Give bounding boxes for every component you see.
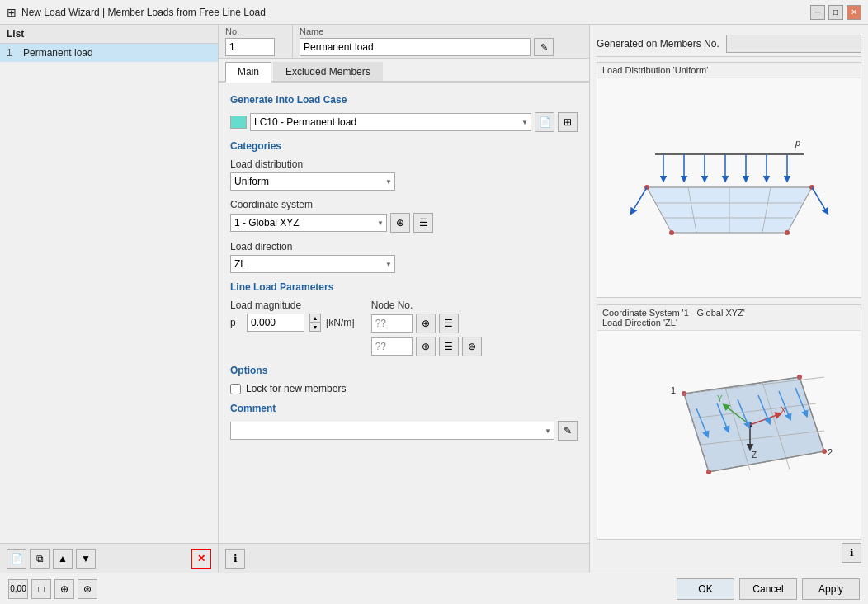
node1-pick-button[interactable]: ⊕ xyxy=(416,314,436,333)
duplicate-item-button[interactable]: ⧉ xyxy=(30,549,50,569)
lc-row: LC10 - Permanent load 📄 ⊞ xyxy=(230,112,578,132)
coord-diagram-box: Coordinate System '1 - Global XYZ' Load … xyxy=(597,304,861,540)
node-row-2: ⊕ ☰ ⊛ xyxy=(371,337,482,356)
load-dir-group: Load direction ZL XL YL Z X Y xyxy=(230,241,578,273)
generate-load-case-group: Generate into Load Case LC10 - Permanent… xyxy=(230,94,578,132)
coord-sys-wrapper: 1 - Global XYZ 2 - Local xyxy=(230,214,387,232)
p-value-input[interactable] xyxy=(247,314,304,332)
coord-diagram-title: Coordinate System '1 - Global XYZ' Load … xyxy=(597,305,861,331)
maximize-button[interactable]: □ xyxy=(828,5,843,20)
no-name-row: No. Name ✎ xyxy=(219,25,589,59)
apply-button[interactable]: Apply xyxy=(802,578,860,600)
bottom-left-btn4[interactable]: ⊛ xyxy=(78,579,97,599)
name-input[interactable] xyxy=(300,38,531,56)
node2-copy-button[interactable]: ⊛ xyxy=(462,337,482,356)
load-dir-dropdown[interactable]: ZL XL YL Z X Y xyxy=(230,255,395,273)
bottom-left-btn2[interactable]: □ xyxy=(31,579,51,599)
right-bottom-bar: ℹ xyxy=(597,540,861,566)
node2-input[interactable] xyxy=(371,337,413,356)
bottom-left-btn3[interactable]: ⊕ xyxy=(54,579,74,599)
unit-label: [kN/m] xyxy=(326,317,355,328)
spin-up-button[interactable]: ▲ xyxy=(309,314,321,323)
coord-diagram-canvas: 1 2 Y X Z xyxy=(597,331,861,540)
load-dist-wrapper: Uniform Linear Trapezoidal xyxy=(230,172,395,191)
generated-row: Generated on Members No. xyxy=(597,35,861,53)
load-magnitude-label: Load magnitude xyxy=(230,300,355,311)
list-item[interactable]: 1 Permanent load xyxy=(0,44,218,62)
delete-item-button[interactable]: ✕ xyxy=(191,549,211,569)
list-header: List xyxy=(0,25,218,44)
load-param-row: p ▲ ▼ [kN/m] xyxy=(230,314,355,332)
no-input[interactable] xyxy=(225,38,275,56)
load-dist-dropdown[interactable]: Uniform Linear Trapezoidal xyxy=(230,172,395,191)
tab-excluded-members[interactable]: Excluded Members xyxy=(273,62,383,81)
lc-new-button[interactable]: 📄 xyxy=(535,112,554,132)
node1-list-button[interactable]: ☰ xyxy=(439,314,459,333)
svg-text:1: 1 xyxy=(671,385,676,395)
close-button[interactable]: ✕ xyxy=(847,5,861,20)
content-area: Generate into Load Case LC10 - Permanent… xyxy=(219,83,589,543)
p-label: p xyxy=(230,317,242,328)
spin-down-button[interactable]: ▼ xyxy=(309,323,321,332)
coord-title-line2: Load Direction 'ZL' xyxy=(602,318,677,328)
comment-edit-button[interactable]: ✎ xyxy=(558,421,578,441)
spin-group: ▲ ▼ xyxy=(309,314,321,332)
lock-checkbox-row: Lock for new members xyxy=(230,383,578,394)
node-no-col: Node No. ⊕ ☰ ⊕ ☰ ⊛ xyxy=(371,300,482,356)
lc-color-box xyxy=(230,116,247,129)
node-no-label: Node No. xyxy=(371,300,482,311)
right-info-button[interactable]: ℹ xyxy=(842,543,861,563)
node1-input[interactable] xyxy=(371,314,413,333)
svg-text:Y: Y xyxy=(717,394,723,403)
options-group: Options Lock for new members xyxy=(230,365,578,394)
middle-bottom-icon-button[interactable]: ℹ xyxy=(225,549,245,569)
generated-input[interactable] xyxy=(726,35,861,53)
comment-title: Comment xyxy=(230,403,578,414)
list-items: 1 Permanent load xyxy=(0,44,218,543)
load-dist-label: Load distribution xyxy=(230,158,578,170)
generated-label: Generated on Members No. xyxy=(597,38,719,50)
move-up-button[interactable]: ▲ xyxy=(53,549,73,569)
ok-button[interactable]: OK xyxy=(677,578,734,600)
svg-line-23 xyxy=(812,187,827,212)
move-down-button[interactable]: ▼ xyxy=(76,549,96,569)
cancel-button[interactable]: Cancel xyxy=(739,578,797,600)
tab-main[interactable]: Main xyxy=(225,62,271,83)
coord-title-line1: Coordinate System '1 - Global XYZ' xyxy=(602,308,745,318)
svg-text:p: p xyxy=(795,138,800,148)
lock-label: Lock for new members xyxy=(246,383,346,394)
main-layout: List 1 Permanent load 📄 ⧉ ▲ ▼ ✕ No. Name xyxy=(0,25,868,573)
node2-list-button[interactable]: ☰ xyxy=(439,337,459,356)
edit-name-button[interactable]: ✎ xyxy=(534,38,554,56)
window-title: New Load Wizard | Member Loads from Free… xyxy=(21,7,805,18)
comment-dropdown[interactable] xyxy=(230,422,554,440)
no-section: No. xyxy=(219,25,293,58)
uniform-diagram-title: Load Distribution 'Uniform' xyxy=(597,63,861,78)
svg-text:2: 2 xyxy=(828,447,833,457)
uniform-diagram-box: Load Distribution 'Uniform' p xyxy=(597,62,861,298)
add-item-button[interactable]: 📄 xyxy=(7,549,26,569)
node2-pick-button[interactable]: ⊕ xyxy=(416,337,436,356)
comment-wrapper xyxy=(230,422,554,440)
line-load-params-group: Line Load Parameters Load magnitude p ▲ … xyxy=(230,281,578,356)
name-section: Name ✎ xyxy=(293,25,589,58)
uniform-diagram-svg: p xyxy=(622,121,837,253)
bottom-left-btn1[interactable]: 0,00 xyxy=(8,579,28,599)
categories-title: Categories xyxy=(230,140,578,152)
lc-edit-button[interactable]: ⊞ xyxy=(558,112,578,132)
bottom-left-buttons: 0,00 □ ⊕ ⊛ xyxy=(8,579,97,599)
svg-point-21 xyxy=(785,230,790,235)
name-label: Name xyxy=(300,26,583,36)
left-panel-bottom: 📄 ⧉ ▲ ▼ ✕ xyxy=(0,543,218,573)
generated-members-section: Generated on Members No. xyxy=(597,31,861,57)
coord-sys-dropdown[interactable]: 1 - Global XYZ 2 - Local xyxy=(230,214,387,232)
minimize-button[interactable]: ─ xyxy=(810,5,825,20)
load-dir-label: Load direction xyxy=(230,241,578,252)
app-icon: ⊞ xyxy=(7,6,17,19)
coord-pick-button[interactable]: ⊕ xyxy=(390,213,410,233)
load-dist-group: Load distribution Uniform Linear Trapezo… xyxy=(230,158,578,191)
lock-checkbox[interactable] xyxy=(230,384,241,394)
coord-list-button[interactable]: ☰ xyxy=(413,213,433,233)
line-load-params-title: Line Load Parameters xyxy=(230,281,578,293)
lc-dropdown[interactable]: LC10 - Permanent load xyxy=(250,113,531,131)
